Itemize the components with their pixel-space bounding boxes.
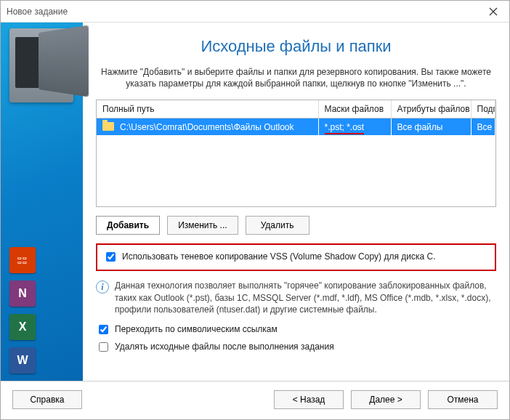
- dialog-window: Новое задание ▭▭▭▭ N X W Исходные файлы …: [0, 0, 510, 420]
- vss-checkbox-row[interactable]: Использовать теневое копирование VSS (Vo…: [103, 251, 489, 264]
- page-intro: Нажмите "Добавить" и выберите файлы и па…: [96, 66, 496, 89]
- window-title: Новое задание: [7, 7, 68, 17]
- help-button[interactable]: Справка: [12, 390, 82, 409]
- delete-after-label: Удалять исходные файлы после выполнения …: [115, 341, 334, 352]
- col-masks[interactable]: Маски файлов: [318, 100, 391, 118]
- close-icon: [489, 7, 498, 16]
- grid-header-row: Полный путь Маски файлов Атрибуты файлов…: [97, 100, 495, 118]
- symlinks-label: Переходить по символическим ссылкам: [115, 323, 278, 335]
- edit-button[interactable]: Изменить ...: [167, 216, 238, 235]
- cell-attrs: Все файлы: [391, 118, 471, 136]
- vss-info-text: Данная технология позволяет выполнять "г…: [115, 280, 496, 315]
- cell-sub: Все: [471, 118, 495, 136]
- safe-illustration: [9, 28, 73, 102]
- app-icon-stack: ▭▭▭▭ N X W: [9, 247, 78, 373]
- cell-masks: *.pst; *.ost: [318, 118, 391, 136]
- col-path[interactable]: Полный путь: [97, 100, 318, 118]
- source-grid[interactable]: Полный путь Маски файлов Атрибуты файлов…: [96, 100, 496, 207]
- vss-checkbox[interactable]: [106, 252, 116, 262]
- delete-after-checkbox[interactable]: [99, 342, 108, 352]
- table-row[interactable]: C:\Users\Comrat\Documents\Файлы Outlook …: [97, 118, 495, 136]
- delete-after-row[interactable]: Удалять исходные файлы после выполнения …: [96, 341, 496, 354]
- delete-button[interactable]: Удалить: [246, 216, 309, 235]
- symlinks-checkbox[interactable]: [99, 325, 108, 334]
- footer: Справка < Назад Далее > Отмена: [1, 381, 509, 419]
- grid-buttons: Добавить Изменить ... Удалить: [96, 216, 496, 235]
- main-panel: Исходные файлы и папки Нажмите "Добавить…: [83, 23, 509, 381]
- info-icon: i: [96, 280, 109, 294]
- cancel-button[interactable]: Отмена: [428, 390, 498, 409]
- excel-icon: X: [9, 314, 36, 340]
- sidebar: ▭▭▭▭ N X W: [1, 23, 83, 381]
- symlinks-row[interactable]: Переходить по символическим ссылкам: [96, 323, 496, 336]
- cell-path: C:\Users\Comrat\Documents\Файлы Outlook: [97, 118, 318, 136]
- page-title: Исходные файлы и папки: [96, 37, 496, 56]
- onenote-icon: N: [9, 280, 36, 307]
- add-button[interactable]: Добавить: [96, 216, 160, 235]
- close-button[interactable]: [477, 1, 509, 23]
- vss-option-box: Использовать теневое копирование VSS (Vo…: [96, 243, 496, 271]
- titlebar: Новое задание: [1, 1, 509, 23]
- dialog-body: ▭▭▭▭ N X W Исходные файлы и папки Нажмит…: [1, 23, 509, 381]
- next-button[interactable]: Далее >: [351, 390, 421, 409]
- col-attrs[interactable]: Атрибуты файлов: [391, 100, 471, 118]
- back-button[interactable]: < Назад: [274, 390, 344, 409]
- folder-icon: [102, 122, 114, 131]
- word-icon: W: [9, 347, 36, 373]
- vss-info: i Данная технология позволяет выполнять …: [96, 280, 496, 315]
- col-sub[interactable]: Подп: [471, 100, 495, 118]
- vss-label: Использовать теневое копирование VSS (Vo…: [122, 251, 435, 262]
- powerpoint-icon: ▭▭▭▭: [9, 247, 36, 273]
